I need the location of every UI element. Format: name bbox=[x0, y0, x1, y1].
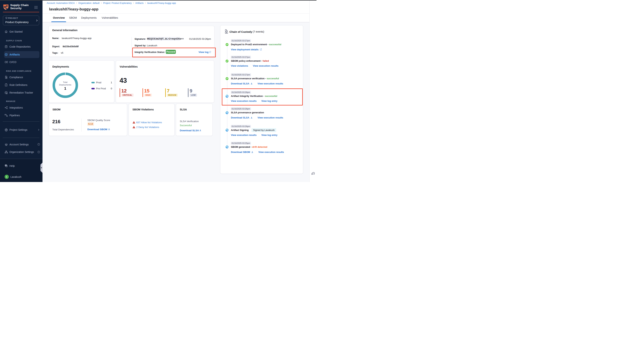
svg-text:?: ? bbox=[6, 165, 6, 166]
